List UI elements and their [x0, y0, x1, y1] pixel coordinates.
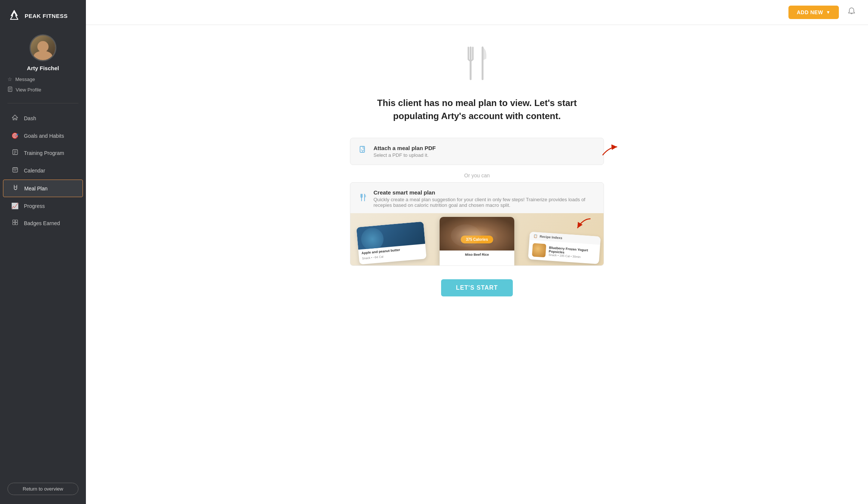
meal-preview-right-card: 📋 Recipe Indexs Blueberry Frozen Yogurt … [528, 231, 601, 264]
svg-rect-17 [15, 223, 18, 225]
logo-icon [7, 8, 21, 24]
attach-pdf-desc: Select a PDF to upload it. [373, 152, 595, 158]
svg-rect-16 [13, 223, 15, 225]
attach-pdf-card[interactable]: Attach a meal plan PDF Select a PDF to u… [350, 138, 604, 165]
attach-pdf-text: Attach a meal plan PDF Select a PDF to u… [373, 145, 595, 158]
meal-preview-card-1: Apple and peanut butter Snack • ~94 Cal [356, 221, 427, 264]
main-area: ADD NEW ▼ This client has [86, 0, 868, 504]
nav-menu: Dash 🎯 Goals and Habits Training Program [0, 106, 86, 477]
message-label: Message [15, 77, 35, 82]
action-cards: Attach a meal plan PDF Select a PDF to u… [350, 138, 604, 266]
recipe-icon: 📋 [533, 234, 538, 238]
empty-state-heading: This client has no meal plan to view. Le… [365, 97, 589, 123]
smart-meal-header: Create smart meal plan Quickly create a … [350, 183, 604, 213]
sidebar-footer: Return to overview [0, 477, 86, 504]
sidebar-item-progress[interactable]: 📈 Progress [3, 198, 83, 214]
recipe-header-label: Recipe Indexs [540, 234, 562, 240]
add-new-button[interactable]: ADD NEW ▼ [788, 6, 839, 19]
red-arrow-1 [598, 140, 624, 162]
badges-label: Badges Earned [24, 220, 60, 226]
return-to-overview-button[interactable]: Return to overview [7, 483, 78, 495]
svg-rect-8 [13, 168, 18, 172]
meal-preview-center-image: 375 Calories [440, 217, 514, 251]
progress-icon: 📈 [11, 202, 19, 209]
meal-preview-area: Apple and peanut butter Snack • ~94 Cal … [350, 213, 604, 265]
progress-label: Progress [24, 203, 45, 209]
avatar [30, 34, 56, 61]
svg-rect-13 [15, 170, 16, 171]
sidebar: PEAK FITNESS Arty Fischel ☆ Message [0, 0, 86, 504]
sidebar-item-dash[interactable]: Dash [3, 110, 83, 127]
notification-bell-button[interactable] [846, 5, 858, 19]
red-arrow-2 [570, 217, 592, 233]
smart-meal-title: Create smart meal plan [373, 189, 595, 196]
sidebar-item-calendar[interactable]: Calendar [3, 162, 83, 179]
sidebar-item-goals-habits[interactable]: 🎯 Goals and Habits [3, 128, 83, 144]
smart-meal-icon [359, 193, 368, 204]
sidebar-item-meal-plan[interactable]: Meal Plan [3, 180, 83, 197]
app-logo: PEAK FITNESS [0, 0, 86, 31]
goals-label: Goals and Habits [24, 133, 64, 139]
add-new-label: ADD NEW [797, 9, 823, 15]
user-name: Arty Fischel [27, 65, 59, 71]
attach-pdf-title: Attach a meal plan PDF [373, 145, 595, 151]
app-name: PEAK FITNESS [25, 13, 68, 19]
calendar-label: Calendar [24, 168, 45, 174]
message-action[interactable]: ☆ Message [7, 75, 78, 83]
dropdown-arrow-icon: ▼ [826, 10, 831, 15]
center-card-title: Miso Beef Rice [440, 251, 514, 259]
dash-icon [11, 114, 19, 122]
or-divider: Or you can [350, 172, 604, 178]
smart-meal-text: Create smart meal plan Quickly create a … [373, 189, 595, 208]
lets-start-button[interactable]: LET'S START [441, 279, 513, 296]
right-card-image [532, 243, 546, 257]
attach-pdf-icon [359, 146, 368, 157]
svg-rect-12 [14, 170, 15, 171]
message-icon: ☆ [7, 76, 12, 82]
sidebar-item-training-program[interactable]: Training Program [3, 144, 83, 161]
view-profile-label: View Profile [16, 87, 41, 93]
svg-rect-15 [15, 220, 18, 222]
view-profile-action[interactable]: View Profile [7, 85, 78, 94]
meal-plan-icon [12, 184, 19, 192]
training-label: Training Program [24, 150, 64, 156]
sidebar-item-badges-earned[interactable]: Badges Earned [3, 215, 83, 231]
calorie-badge: 375 Calories [461, 236, 493, 243]
meal-plan-label: Meal Plan [24, 186, 47, 192]
sidebar-divider [7, 103, 78, 103]
smart-meal-card[interactable]: Create smart meal plan Quickly create a … [350, 182, 604, 266]
training-icon [11, 149, 19, 157]
svg-rect-14 [13, 220, 15, 222]
right-card-text: Blueberry Frozen Yogurt Popsicles Snack … [548, 245, 596, 259]
meal-preview-center-card: 375 Calories Miso Beef Rice [440, 217, 514, 265]
calendar-icon [11, 167, 19, 174]
badges-icon [11, 219, 19, 227]
user-profile: Arty Fischel ☆ Message View Profile [0, 31, 86, 100]
content-area: This client has no meal plan to view. Le… [86, 25, 868, 504]
topbar: ADD NEW ▼ [86, 0, 868, 25]
smart-meal-desc: Quickly create a meal plan suggestion fo… [373, 197, 595, 208]
profile-icon [7, 87, 13, 93]
profile-actions: ☆ Message View Profile [7, 75, 78, 94]
meal-empty-icon [460, 44, 494, 86]
dash-label: Dash [24, 115, 36, 121]
goals-icon: 🎯 [11, 132, 19, 139]
